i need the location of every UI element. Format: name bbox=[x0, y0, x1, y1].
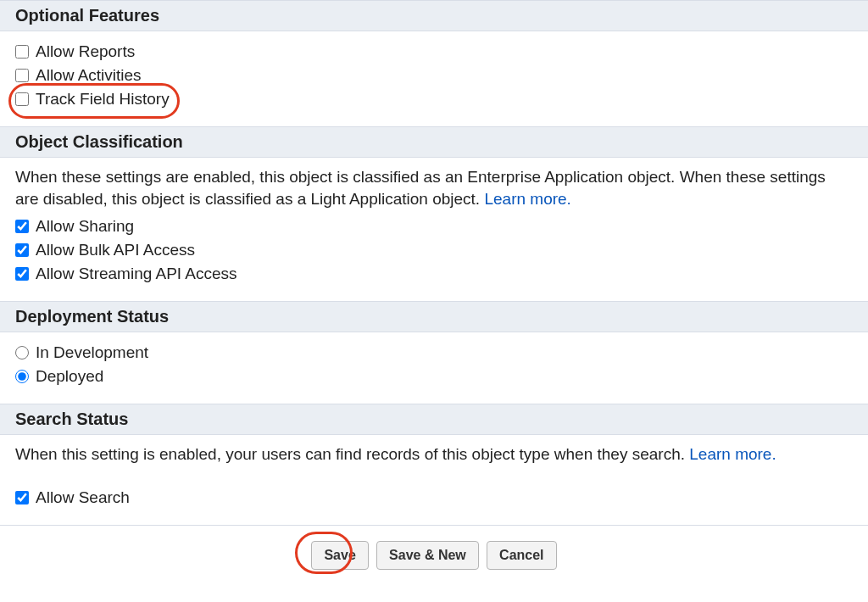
label-allow-activities[interactable]: Allow Activities bbox=[36, 66, 142, 85]
label-allow-streaming-api[interactable]: Allow Streaming API Access bbox=[36, 265, 237, 283]
cancel-button[interactable]: Cancel bbox=[487, 541, 556, 570]
radio-row-in-development: In Development bbox=[15, 341, 853, 365]
checkbox-track-field-history[interactable] bbox=[15, 92, 29, 106]
checkbox-row-allow-search: Allow Search bbox=[15, 486, 853, 510]
desc-text-search-status: When this setting is enabled, your users… bbox=[15, 445, 689, 463]
checkbox-allow-reports[interactable] bbox=[15, 45, 29, 59]
label-allow-sharing[interactable]: Allow Sharing bbox=[36, 217, 134, 236]
label-deployed[interactable]: Deployed bbox=[36, 367, 103, 386]
checkbox-allow-streaming-api[interactable] bbox=[15, 267, 29, 281]
learn-more-link-object-classification[interactable]: Learn more. bbox=[484, 190, 570, 208]
button-bar: Save Save & New Cancel bbox=[0, 525, 868, 585]
learn-more-link-search-status[interactable]: Learn more. bbox=[689, 445, 776, 463]
radio-row-deployed: Deployed bbox=[15, 365, 853, 388]
checkbox-allow-sharing[interactable] bbox=[15, 220, 29, 233]
label-allow-reports[interactable]: Allow Reports bbox=[36, 42, 135, 61]
checkbox-allow-search[interactable] bbox=[15, 491, 29, 504]
section-body-object-classification: When these settings are enabled, this ob… bbox=[0, 158, 868, 301]
label-allow-bulk-api[interactable]: Allow Bulk API Access bbox=[36, 241, 195, 259]
checkbox-row-track-field-history: Track Field History bbox=[15, 87, 853, 111]
desc-text-object-classification: When these settings are enabled, this ob… bbox=[15, 168, 826, 208]
label-allow-search[interactable]: Allow Search bbox=[36, 488, 130, 507]
section-header-optional-features: Optional Features bbox=[0, 0, 868, 31]
label-in-development[interactable]: In Development bbox=[36, 343, 148, 362]
checkbox-row-allow-streaming-api: Allow Streaming API Access bbox=[15, 262, 853, 286]
checkbox-row-allow-sharing: Allow Sharing bbox=[15, 215, 853, 238]
section-body-search-status: When this setting is enabled, your users… bbox=[0, 435, 868, 525]
save-and-new-button[interactable]: Save & New bbox=[376, 541, 479, 570]
checkbox-row-allow-activities: Allow Activities bbox=[15, 64, 853, 87]
section-header-deployment-status: Deployment Status bbox=[0, 301, 868, 332]
checkbox-allow-activities[interactable] bbox=[15, 69, 29, 82]
desc-object-classification: When these settings are enabled, this ob… bbox=[15, 166, 853, 209]
section-header-search-status: Search Status bbox=[0, 404, 868, 435]
save-button[interactable]: Save bbox=[311, 541, 368, 570]
radio-deployed[interactable] bbox=[15, 370, 29, 383]
section-body-deployment-status: In Development Deployed bbox=[0, 332, 868, 404]
radio-in-development[interactable] bbox=[15, 346, 29, 360]
label-track-field-history[interactable]: Track Field History bbox=[36, 90, 170, 109]
checkbox-allow-bulk-api[interactable] bbox=[15, 243, 29, 257]
checkbox-row-allow-reports: Allow Reports bbox=[15, 40, 853, 64]
checkbox-row-allow-bulk-api: Allow Bulk API Access bbox=[15, 238, 853, 262]
section-body-optional-features: Allow Reports Allow Activities Track Fie… bbox=[0, 31, 868, 126]
desc-search-status: When this setting is enabled, your users… bbox=[15, 443, 853, 465]
section-header-object-classification: Object Classification bbox=[0, 126, 868, 158]
